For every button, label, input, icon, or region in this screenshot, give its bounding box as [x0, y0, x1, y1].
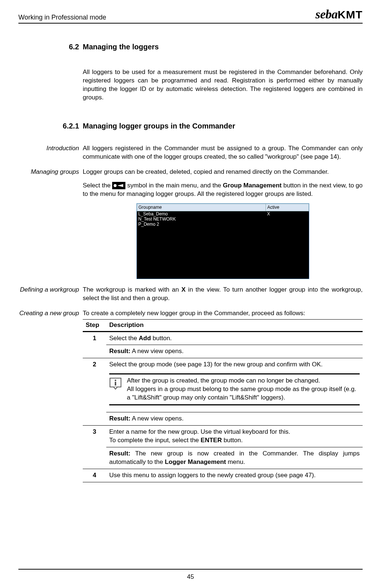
steps-table: Step Description 1 Select the Add button… [83, 319, 363, 482]
note-line-1: After the group is created, the group mo… [127, 377, 360, 385]
step-1-action: Select the Add button. [106, 331, 363, 345]
svg-rect-4 [115, 382, 116, 385]
step-4-num: 4 [83, 469, 106, 482]
page-number: 45 [187, 573, 194, 580]
managing-groups-para1: Logger groups can be created, deleted, c… [83, 168, 363, 176]
section-6-2-intro: All loggers to be used for a measurement… [83, 68, 363, 102]
svg-point-1 [114, 184, 117, 187]
section-title-6-2-1: Managing logger groups in the Commander [83, 121, 363, 131]
table-row: N_Test NETWORK [137, 216, 309, 222]
section-number-6-2-1: 6.2.1 [18, 121, 83, 138]
step-3-result: Result: The new group is now created in … [106, 447, 363, 469]
text-creating-group-intro: To create a completely new logger group … [83, 309, 363, 318]
steps-header-step: Step [83, 319, 106, 331]
logo-kmt: KMT [338, 8, 363, 21]
label-creating-group: Creating a new group [18, 309, 83, 482]
managing-groups-para2: Select the symbol in the main menu, and … [83, 182, 363, 198]
screenshot-col-groupname: Groupname [137, 204, 266, 211]
text-defining-workgroup: The workgroup is marked with an X in the… [83, 286, 363, 303]
table-row: P_Demo 2 [137, 222, 309, 227]
label-introduction: Introduction [18, 144, 83, 161]
info-icon [109, 377, 124, 402]
screenshot-col-active: Active [266, 204, 309, 211]
label-managing-groups: Managing groups [18, 168, 83, 279]
note-line-2: All loggers in a group must belong to th… [127, 385, 360, 402]
step-2-action: Select the group mode (see page 13) for … [106, 358, 363, 412]
header-chapter: Working in Professional mode [18, 14, 106, 21]
logo-seba: seba [316, 7, 338, 21]
svg-point-3 [115, 380, 116, 381]
label-defining-workgroup: Defining a workgroup [18, 286, 83, 303]
info-note-box: After the group is created, the group mo… [109, 373, 360, 405]
step-2-result: Result: A new view opens. [106, 412, 363, 426]
step-3-num: 3 [83, 426, 106, 469]
step-4-action: Use this menu to assign loggers to the n… [106, 469, 363, 482]
step-1-result: Result: A new view opens. [106, 345, 363, 358]
step-1-num: 1 [83, 331, 106, 358]
step-2-num: 2 [83, 358, 106, 426]
table-row: L_Seba_DemoX [137, 211, 309, 216]
brand-logo: sebaKMT [316, 7, 363, 21]
text-introduction: All loggers registered in the Commander … [83, 144, 363, 161]
menu-symbol-icon [112, 182, 125, 189]
group-list-screenshot: Groupname Active L_Seba_DemoX N_Test NET… [136, 203, 309, 279]
section-title-6-2: Managing the loggers [83, 42, 363, 52]
page-footer: 45 [18, 569, 363, 581]
step-3-action: Enter a name for the new group. Use the … [106, 426, 363, 447]
page-header: Working in Professional mode sebaKMT [18, 7, 363, 24]
steps-header-desc: Description [106, 319, 363, 331]
section-number-6-2: 6.2 [18, 42, 83, 61]
